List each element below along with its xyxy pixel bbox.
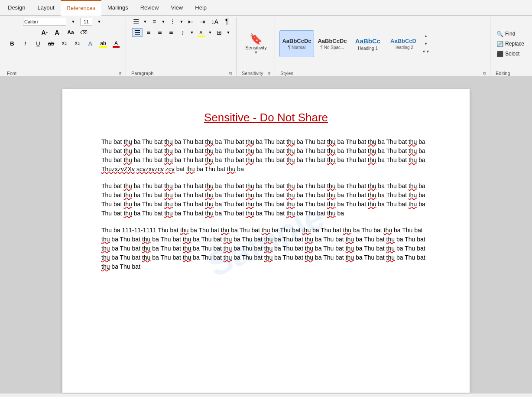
paragraph-group-label: Paragraph ⧉ (130, 70, 233, 76)
styles-scroll-up[interactable]: ▲ (422, 33, 429, 39)
sensitivity-group-label: Sensitivity ⧉ (241, 70, 271, 76)
ribbon-content: ▼ ▼ A+ A- Aa ⌫ B I U ab X2 X2 A (0, 16, 532, 76)
style-no-space[interactable]: AaBbCcDc ¶ No Spac... (315, 30, 350, 57)
strikethrough-btn[interactable]: ab (45, 39, 57, 48)
shading-dropdown[interactable]: ▼ (208, 28, 213, 37)
line-spacing-btn[interactable]: ↕ (177, 28, 188, 37)
ribbon: Design Layout References Mailings Review… (0, 0, 532, 76)
numbering-btn[interactable]: ≡ (149, 17, 160, 26)
styles-group: AaBbCcDc ¶ Normal AaBbCcDc ¶ No Spac... … (276, 17, 490, 76)
tab-review[interactable]: Review (134, 0, 165, 16)
tab-references[interactable]: References (61, 0, 101, 16)
document-page: Sample Sensitive - Do Not Share Thu bat … (62, 89, 470, 393)
styles-expand-btn[interactable]: ⧉ (483, 71, 486, 76)
paragraph-1[interactable]: Thu bat thu ba Thu bat thu ba Thu bat th… (101, 137, 431, 174)
clear-formatting-btn[interactable]: ⌫ (78, 28, 90, 37)
borders-dropdown[interactable]: ▼ (226, 28, 231, 37)
style-normal[interactable]: AaBbCcDc ¶ Normal (279, 30, 314, 57)
paragraph-group: ☰ ▼ ≡ ▼ ⋮ ▼ ⇤ ⇥ ↕A ¶ ☰ ≡ ≡ (127, 17, 237, 76)
font-size-dropdown[interactable]: ▼ (93, 17, 105, 26)
change-case-btn[interactable]: Aa (65, 28, 77, 37)
bold-btn[interactable]: B (6, 39, 18, 48)
sensitivity-group: 🔖 Sensitivity ▼ Sensitivity ⧉ (237, 17, 275, 76)
underline-btn[interactable]: U (32, 39, 44, 48)
shading-btn[interactable]: A (195, 28, 207, 37)
styles-scroll-down[interactable]: ▼ (422, 40, 429, 47)
show-marks-btn[interactable]: ¶ (221, 17, 233, 26)
paragraph-3[interactable]: Thu ba 111-11-1111 Thu bat thu ba Thu ba… (101, 226, 431, 271)
find-btn[interactable]: 🔍 Find (495, 30, 517, 38)
align-justify-btn[interactable]: ≡ (166, 28, 176, 37)
bullets-btn[interactable]: ☰ (130, 17, 142, 26)
paragraph-expand-btn[interactable]: ⧉ (229, 71, 232, 76)
font-size-input[interactable] (80, 18, 92, 26)
document-area: Sample Sensitive - Do Not Share Thu bat … (0, 76, 532, 394)
document-title: Sensitive - Do Not Share (101, 111, 431, 124)
styles-scroll: ▲ ▼ ▼▼ (422, 33, 429, 55)
style-heading2[interactable]: AaBbCcD Heading 2 (386, 30, 421, 57)
sensitivity-icon: 🔖 (250, 33, 263, 45)
tab-bar: Design Layout References Mailings Review… (0, 0, 532, 16)
font-grow-btn[interactable]: A+ (39, 28, 51, 37)
align-left-btn[interactable]: ☰ (132, 28, 143, 37)
align-right-btn[interactable]: ≡ (155, 28, 165, 37)
subscript-btn[interactable]: X2 (58, 39, 70, 48)
sensitivity-expand-btn[interactable]: ⧉ (268, 71, 270, 76)
style-heading1[interactable]: AaBbCc Heading 1 (350, 30, 385, 57)
tab-design[interactable]: Design (2, 0, 31, 16)
select-btn[interactable]: ⬛ Select (495, 50, 521, 58)
bullets-dropdown[interactable]: ▼ (143, 17, 148, 26)
decrease-indent-btn[interactable]: ⇤ (185, 17, 196, 26)
sensitivity-button[interactable]: 🔖 Sensitivity ▼ (241, 30, 271, 57)
editing-group-label: Editing (495, 70, 526, 76)
styles-group-label: Styles ⧉ (279, 70, 487, 76)
font-name-dropdown[interactable]: ▼ (67, 17, 79, 26)
select-icon: ⬛ (496, 51, 503, 57)
superscript-btn[interactable]: X2 (71, 39, 83, 48)
increase-indent-btn[interactable]: ⇥ (197, 17, 208, 26)
sort-btn[interactable]: ↕A (209, 17, 221, 26)
font-group-label: Font ⧉ (6, 70, 122, 76)
multilevel-btn[interactable]: ⋮ (167, 17, 178, 26)
font-color-btn[interactable]: A (110, 39, 122, 48)
tab-view[interactable]: View (165, 0, 189, 16)
paragraph-2[interactable]: Thu bat thu ba Thu bat thu ba Thu bat th… (101, 182, 431, 218)
borders-btn[interactable]: ⊞ (214, 28, 225, 37)
editing-group: 🔍 Find 🔄 Replace ⬛ Select Editing (491, 17, 529, 76)
font-expand-btn[interactable]: ⧉ (119, 71, 121, 76)
tab-layout[interactable]: Layout (31, 0, 60, 16)
italic-btn[interactable]: I (19, 39, 31, 48)
font-group: ▼ ▼ A+ A- Aa ⌫ B I U ab X2 X2 A (3, 17, 126, 76)
font-shrink-btn[interactable]: A- (52, 28, 64, 37)
tab-help[interactable]: Help (189, 0, 213, 16)
tab-mailings[interactable]: Mailings (101, 0, 134, 16)
replace-icon: 🔄 (496, 41, 503, 47)
align-center-btn[interactable]: ≡ (143, 28, 154, 37)
replace-btn[interactable]: 🔄 Replace (495, 40, 526, 48)
find-icon: 🔍 (496, 31, 503, 37)
font-name-input[interactable] (23, 18, 66, 26)
styles-scroll-more[interactable]: ▼▼ (422, 48, 429, 55)
numbering-dropdown[interactable]: ▼ (161, 17, 166, 26)
line-spacing-dropdown[interactable]: ▼ (189, 28, 195, 37)
multilevel-dropdown[interactable]: ▼ (179, 17, 184, 26)
text-effect-btn[interactable]: A (84, 39, 96, 48)
text-highlight-btn[interactable]: ab (97, 39, 109, 48)
